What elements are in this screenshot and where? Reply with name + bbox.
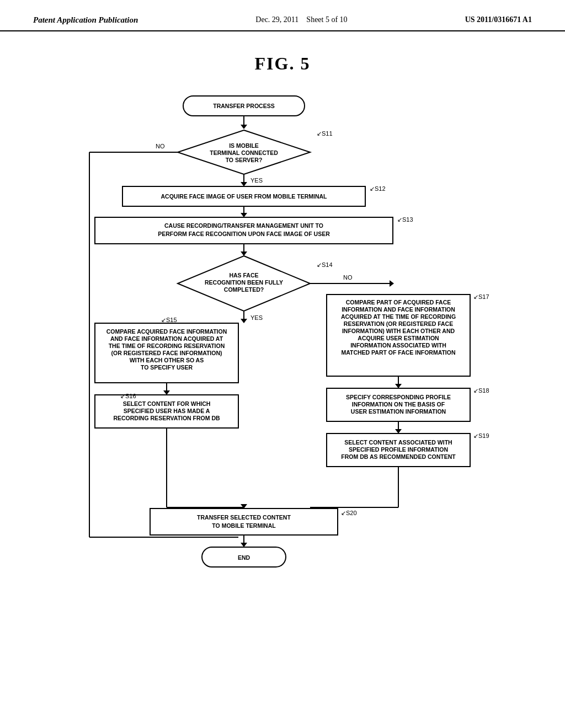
s15-line2: AND FACE INFORMATION ACQUIRED AT — [110, 335, 223, 342]
svg-marker-24 — [395, 384, 402, 388]
svg-marker-15 — [241, 319, 247, 323]
s17-line7: INFORMATION ASSOCIATED WITH — [350, 342, 446, 349]
s11-condition-line1: IS MOBILE — [229, 142, 259, 149]
s17-line4: RESERVATION (OR REGISTERED FACE — [344, 320, 453, 327]
s14-line2: RECOGNITION BEEN FULLY — [205, 279, 283, 286]
s15-line6: TO SPECIFY USER — [141, 364, 193, 371]
s13-box-line2: PERFORM FACE RECOGNITION UPON FACE IMAGE… — [158, 231, 330, 237]
svg-marker-27 — [395, 429, 402, 433]
s17-line3: ACQUIRED AT THE TIME OF RECORDING — [341, 313, 456, 320]
header-patent-number: US 2011/0316671 A1 — [465, 15, 532, 24]
s12-box: ACQUIRE FACE IMAGE OF USER FROM MOBILE T… — [161, 193, 328, 200]
svg-rect-34 — [150, 508, 338, 535]
s16-line1: SELECT CONTENT FOR WHICH — [123, 400, 211, 407]
s13-label: ↙S13 — [397, 216, 413, 223]
svg-marker-9 — [241, 213, 247, 217]
page-header: Patent Application Publication Dec. 29, … — [0, 0, 565, 31]
s19-line1: SELECT CONTENT ASSOCIATED WITH — [344, 439, 452, 446]
s18-line3: USER ESTIMATION INFORMATION — [351, 408, 446, 415]
s18-line2: INFORMATION ON THE BASIS OF — [352, 401, 445, 408]
s19-line2: SPECIFIED PROFILE INFORMATION — [349, 446, 448, 453]
s14-line3: COMPLETED? — [224, 286, 264, 293]
s17-line1: COMPARE PART OF ACQUIRED FACE — [346, 299, 451, 306]
s15-line4: (OR REGISTERED FACE INFORMATION) — [111, 350, 222, 356]
s15-line3: THE TIME OF RECORDING RESERVATION — [109, 342, 225, 349]
svg-marker-17 — [390, 280, 394, 287]
svg-marker-12 — [241, 251, 247, 256]
s17-line6: ACQUIRE USER ESTIMATION — [358, 335, 439, 341]
header-date-sheet: Dec. 29, 2011 Sheet 5 of 10 — [255, 15, 347, 24]
s14-line1: HAS FACE — [229, 272, 258, 279]
s18-label: ↙S18 — [473, 387, 489, 394]
svg-marker-5 — [241, 182, 247, 186]
header-date: Dec. 29, 2011 — [255, 15, 299, 24]
s15-label: ↙S15 — [161, 317, 177, 323]
s17-line5: INFORMATION) WITH EACH OTHER AND — [342, 328, 455, 334]
s15-line1: COMPARE ACQUIRED FACE INFORMATION — [106, 328, 227, 335]
s11-yes-label: YES — [250, 177, 263, 184]
s19-label: ↙S19 — [473, 432, 489, 439]
start-node: TRANSFER PROCESS — [213, 103, 274, 109]
s16-line2: SPECIFIED USER HAS MADE A — [124, 408, 210, 414]
header-publication-label: Patent Application Publication — [33, 15, 138, 25]
s16-label: ↙S16 — [120, 393, 136, 399]
figure-title: FIG. 5 — [0, 53, 565, 74]
s20-label: ↙S20 — [341, 510, 357, 516]
s20-line1: TRANSFER SELECTED CONTENT — [197, 514, 291, 521]
s15-line5: WITH EACH OTHER SO AS — [130, 357, 204, 363]
s14-yes-label: YES — [250, 314, 263, 321]
s17-line2: INFORMATION AND FACE INFORMATION — [342, 306, 455, 313]
s14-no-label: NO — [343, 274, 353, 281]
header-sheet: Sheet 5 of 10 — [306, 15, 347, 24]
s11-condition-line2: TERMINAL CONNECTED — [210, 149, 278, 156]
s13-box-line1: CAUSE RECORDING/TRANSFER MANAGEMENT UNIT… — [164, 222, 323, 229]
s11-no-label: NO — [156, 143, 165, 149]
s16-line3: RECORDING RESERVATION FROM DB — [113, 415, 220, 421]
flowchart-diagram: TRANSFER PROCESS IS MOBILE TERMINAL CONN… — [34, 90, 531, 714]
s17-label: ↙S17 — [473, 293, 489, 300]
s19-line3: FROM DB AS RECOMMENDED CONTENT — [341, 453, 456, 460]
svg-marker-38 — [241, 543, 247, 547]
s11-label: ↙S11 — [317, 130, 333, 137]
svg-marker-21 — [163, 390, 170, 395]
svg-marker-2 — [241, 125, 247, 129]
s12-label: ↙S12 — [370, 185, 386, 192]
end-node: END — [238, 554, 250, 561]
s11-condition-line3: TO SERVER? — [226, 157, 263, 163]
s17-line8: MATCHED PART OF FACE INFORMATION — [341, 349, 455, 356]
s18-line1: SPECIFY CORRESPONDING PROFILE — [346, 394, 451, 400]
s20-line2: TO MOBILE TERMINAL — [212, 522, 276, 529]
s14-label: ↙S14 — [317, 261, 333, 268]
